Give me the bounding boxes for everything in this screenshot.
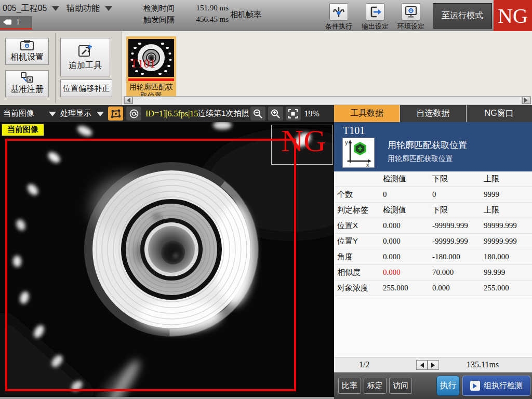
svg-text:y: y	[345, 139, 348, 145]
table-row: 角度 0.000 -180.000 180.000	[334, 249, 532, 265]
region-transform-icon[interactable]	[108, 107, 123, 121]
camera-settings-button[interactable]: 相机设置	[5, 38, 49, 65]
reference-register-label: 基准注册	[10, 84, 44, 95]
camera-settings-label: 相机设置	[10, 52, 44, 63]
aux-menu[interactable]: 辅助功能	[66, 2, 112, 15]
run-mode-button[interactable]: 至运行模式	[433, 3, 492, 29]
scroll-right-icon[interactable]	[522, 97, 530, 104]
camera-tab-1[interactable]: 1	[0, 16, 32, 30]
tab-tool-data[interactable]: 工具数据	[334, 105, 400, 122]
page-indicator: 1/2	[359, 360, 369, 369]
table-row: 位置Y 0.000 -99999.999 99999.999	[334, 234, 532, 249]
environment-settings-button[interactable]: 环境设定	[396, 3, 425, 31]
table-row: 个数 0 0 9999	[334, 187, 532, 203]
scrollbar-thumb[interactable]	[132, 97, 522, 104]
output-settings-icon	[366, 3, 384, 21]
reference-register-icon	[20, 72, 34, 83]
position-offset-button[interactable]: 位置偏移补正	[60, 79, 112, 97]
next-page-icon[interactable]	[428, 360, 439, 370]
group-execute-label: 组执行检测	[484, 381, 523, 391]
tab-custom-data[interactable]: 自选数据	[400, 105, 466, 122]
tool-strip-scrollbar[interactable]	[124, 96, 531, 104]
program-menu-label: 005_工程05	[3, 3, 47, 14]
table-row: 相似度 0.000 70.000 99.999	[334, 265, 532, 281]
image-viewer[interactable]: 当前图像 NG	[0, 122, 334, 397]
image-toolbar: 当前图像 处理显示 ID=1]|6.5fps|15 连续第1次拍照	[0, 105, 334, 122]
chevron-down-icon	[105, 6, 112, 15]
camera-tab-label: 1	[16, 18, 20, 26]
chevron-down-icon	[52, 6, 59, 15]
condition-execute-label: 条件执行	[324, 22, 353, 31]
camera-fps-label: 相机帧率	[230, 10, 261, 20]
ng-overlay-text: NG	[281, 122, 326, 159]
col-detect-value: 检测值	[383, 174, 432, 184]
col-lower-limit: 下限	[432, 174, 484, 184]
tool-header: T101 y x 用轮廓匹配获取位置 用轮廓匹配获取位置	[334, 122, 532, 171]
capture-mode-text: 连续第1次拍照	[198, 109, 249, 118]
camera-gear-icon	[20, 40, 34, 50]
detection-region-rect[interactable]	[5, 139, 296, 391]
right-panel: 工具数据 自选数据 NG窗口 T101 y x 用轮廓匹配获取位置 用轮廓匹配获…	[334, 105, 532, 399]
trigger-interval-value: 456.45 ms	[181, 15, 229, 25]
table-header-row: 检测值 下限 上限	[334, 171, 532, 187]
capture-id-info: ID=1]|6.5fps|15	[145, 109, 198, 118]
group-execute-button[interactable]: 组执行检测	[462, 376, 530, 396]
tool-setup-bar: 相机设置 基准注册 追加工具 位置偏移补正	[0, 31, 532, 105]
chevron-down-icon[interactable]	[49, 112, 56, 120]
pagination-bar: 1/2 135.11ms	[334, 357, 532, 373]
axes-hexagon-icon: y x	[342, 138, 375, 168]
output-settings-label: 输出设定	[361, 22, 390, 31]
image-tag-label: 当前图像	[2, 124, 44, 136]
add-tool-button[interactable]: 追加工具	[60, 38, 110, 76]
detect-time-label: 检测时间	[143, 4, 181, 14]
timing-stats: 检测时间 151.90 ms 触发间隔 456.45 ms	[143, 4, 229, 25]
tool-strip: T101 用轮廓匹配获 取位置	[122, 31, 532, 105]
chevron-down-icon[interactable]	[97, 112, 104, 120]
condition-execute-button[interactable]: 条件执行	[324, 3, 353, 31]
vision-inspection-app: 005_工程05 辅助功能 1 检测时间 151.90 ms 触发间隔 456.…	[0, 0, 532, 399]
tool-title: 用轮廓匹配获取位置	[388, 139, 467, 151]
execution-time: 135.11ms	[467, 360, 499, 369]
table-row: 位置X 0.000 -99999.999 99999.999	[334, 218, 532, 234]
tool-id: T101	[343, 125, 365, 137]
tool-card-T101[interactable]: T101 用轮廓匹配获 取位置	[126, 36, 176, 97]
calibrate-button[interactable]: 标定	[364, 378, 387, 394]
scroll-left-icon[interactable]	[124, 97, 132, 104]
tab-ng-window[interactable]: NG窗口	[466, 105, 532, 122]
zoom-out-icon[interactable]	[250, 107, 265, 121]
execute-button[interactable]: 执行	[436, 376, 460, 396]
status-badge: NG	[494, 0, 532, 31]
tool-thumb-id: T101	[130, 57, 156, 71]
zoom-in-icon[interactable]	[268, 107, 283, 121]
display-mode-select[interactable]: 处理显示	[60, 109, 91, 118]
viewer-bottom-strip	[0, 397, 334, 399]
play-icon	[470, 381, 480, 391]
video-camera-icon	[3, 19, 14, 25]
ratio-button[interactable]: 比率	[338, 378, 361, 394]
table-row: 对象浓度 255.000 0.000 255.000	[334, 281, 532, 296]
zoom-level: 19%	[304, 109, 320, 118]
reference-register-button[interactable]: 基准注册	[5, 70, 49, 97]
continuous-capture-icon[interactable]	[126, 107, 141, 121]
aux-menu-label: 辅助功能	[66, 3, 100, 14]
similarity-value-ng: 0.000	[383, 268, 432, 277]
prev-page-icon[interactable]	[416, 360, 428, 370]
image-source-select[interactable]: 当前图像	[3, 109, 34, 118]
right-panel-tabs: 工具数据 自选数据 NG窗口	[334, 105, 532, 122]
add-tool-icon	[77, 43, 93, 59]
add-tool-label: 追加工具	[69, 60, 102, 71]
position-offset-label: 位置偏移补正	[63, 84, 110, 94]
panel-filler	[334, 296, 532, 357]
detect-time-value: 151.90 ms	[181, 4, 229, 14]
fit-screen-icon[interactable]	[286, 107, 301, 121]
program-menu[interactable]: 005_工程05	[3, 2, 59, 15]
output-settings-button[interactable]: 输出设定	[361, 3, 390, 31]
tool-data-table: 检测值 下限 上限 个数 0 0 9999 判定标签 检测值 下限 上限 位置X…	[334, 171, 532, 296]
tool-card-caption: 用轮廓匹配获 取位置	[126, 83, 176, 97]
svg-text:x: x	[366, 162, 369, 167]
table-row: 判定标签 检测值 下限 上限	[334, 203, 532, 218]
condition-execute-icon	[329, 3, 348, 21]
access-button[interactable]: 访问	[389, 378, 412, 394]
tool-subtitle: 用轮廓匹配获取位置	[388, 154, 453, 164]
top-bar: 005_工程05 辅助功能 1 检测时间 151.90 ms 触发间隔 456.…	[0, 0, 532, 31]
